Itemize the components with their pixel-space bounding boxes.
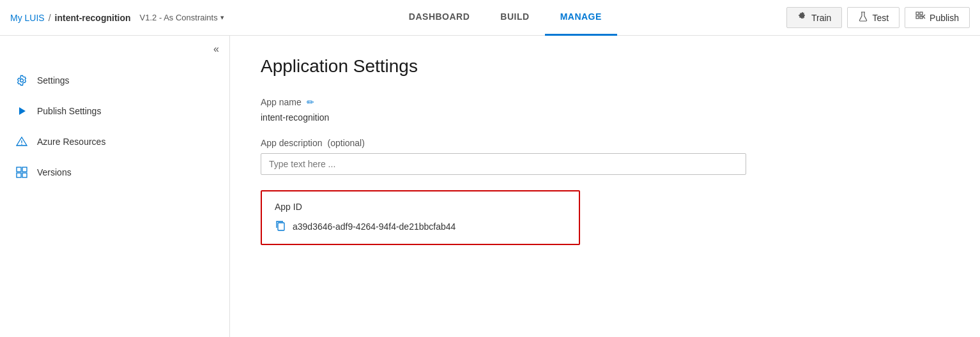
app-description-section: App description (optional) [261,138,949,175]
edit-icon[interactable]: ✏ [307,97,314,107]
app-description-input[interactable] [261,153,746,175]
svg-rect-10 [17,173,21,177]
sidebar-item-label: Azure Resources [37,137,105,147]
svg-point-7 [21,144,22,145]
sidebar-item-settings[interactable]: Settings [0,65,229,96]
train-label: Train [811,13,831,23]
train-button[interactable]: Train [786,7,842,28]
app-id-section: App ID a39d3646-adf9-4264-94f4-de21bbcfa… [261,190,949,245]
svg-rect-9 [22,167,27,172]
page-layout: « Settings Publish Settin [0,36,980,337]
app-header: My LUIS / intent-recognition V1.2 - As C… [0,0,980,36]
sidebar: « Settings Publish Settin [0,36,230,337]
app-name-value: intent-recognition [261,112,949,123]
gear-icon [15,74,28,87]
app-id-value: a39d3646-adf9-4264-94f4-de21bbcfab44 [293,221,456,232]
app-id-box: App ID a39d3646-adf9-4264-94f4-de21bbcfa… [261,190,580,245]
main-content: Application Settings App name ✏ intent-r… [230,36,980,337]
play-icon [15,105,28,117]
app-id-label: App ID [275,202,566,212]
flask-icon [858,11,868,24]
sidebar-item-label: Versions [37,167,72,177]
sidebar-item-label: Publish Settings [37,106,101,116]
collapse-icon: « [213,43,219,55]
gear-spin-icon [797,11,808,24]
my-luis-link[interactable]: My LUIS [10,13,45,23]
optional-label: (optional) [328,138,365,148]
version-label: V1.2 - As Constraints [140,13,218,22]
sidebar-item-label: Settings [37,75,70,86]
app-name-breadcrumb: intent-recognition [55,13,131,23]
app-description-label: App description (optional) [261,138,949,148]
svg-rect-11 [22,173,27,177]
sidebar-nav: Settings Publish Settings [0,65,229,188]
grid-icon [15,166,28,179]
publish-label: Publish [930,13,959,23]
svg-rect-1 [920,12,923,15]
breadcrumb: My LUIS / intent-recognition V1.2 - As C… [10,13,224,23]
svg-marker-4 [19,107,26,115]
copy-icon[interactable] [275,220,286,234]
sidebar-item-publish-settings[interactable]: Publish Settings [0,96,229,126]
tab-manage[interactable]: MANAGE [545,0,617,36]
header-actions: Train Test Publish [786,7,970,28]
test-button[interactable]: Test [847,7,900,28]
app-name-label: App name ✏ [261,97,949,107]
sidebar-item-versions[interactable]: Versions [0,157,229,188]
page-title: Application Settings [261,56,949,77]
tab-build[interactable]: BUILD [485,0,544,36]
sidebar-collapse-area: « [0,36,229,60]
svg-rect-0 [916,12,919,15]
svg-rect-2 [916,16,919,19]
publish-icon [915,11,926,24]
collapse-sidebar-button[interactable]: « [213,43,219,55]
breadcrumb-separator: / [49,13,51,23]
app-id-value-row: a39d3646-adf9-4264-94f4-de21bbcfab44 [275,220,566,234]
nav-tabs: DASHBOARD BUILD MANAGE [224,0,786,36]
app-name-section: App name ✏ intent-recognition [261,97,949,123]
version-selector[interactable]: V1.2 - As Constraints ▾ [140,13,224,22]
publish-button[interactable]: Publish [905,7,970,28]
test-label: Test [872,13,889,23]
svg-rect-8 [17,167,21,172]
triangle-icon [15,135,28,148]
tab-dashboard[interactable]: DASHBOARD [394,0,486,36]
sidebar-item-azure-resources[interactable]: Azure Resources [0,126,229,157]
svg-rect-12 [278,223,284,230]
